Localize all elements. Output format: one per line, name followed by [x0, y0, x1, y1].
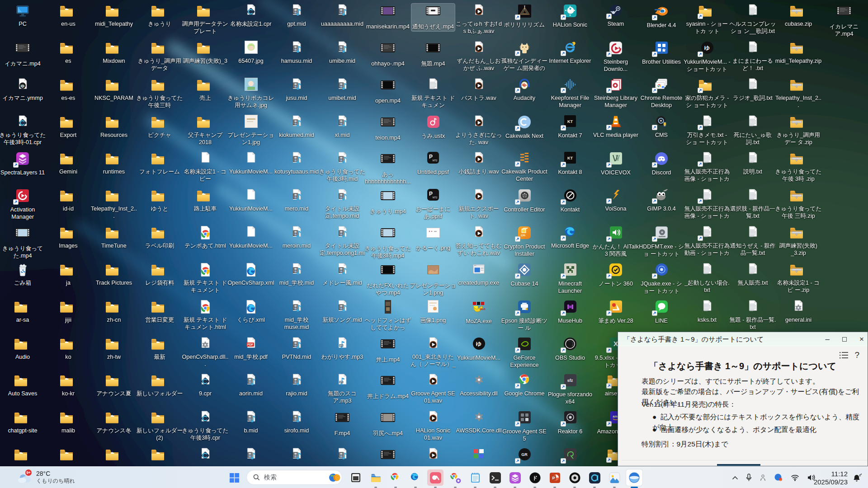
svg-text:MP3: MP3 [339, 344, 343, 347]
svg-text:P: P [552, 475, 555, 480]
svg-text:P: P [429, 191, 433, 197]
svg-text:z: z [861, 473, 862, 475]
svg-text:ド: ド [532, 475, 537, 481]
svg-text:ゆ: ゆ [21, 84, 25, 88]
svg-text:CPI: CPI [521, 234, 525, 237]
svg-text:9+: 9+ [26, 470, 31, 475]
svg-text:NT2: NT2 [433, 196, 437, 199]
svg-text:PDF: PDF [247, 343, 253, 346]
svg-text:MoZA: MoZA [480, 308, 486, 310]
svg-text:P: P [429, 154, 433, 160]
svg-text:NT2: NT2 [433, 159, 437, 162]
svg-text:MP3: MP3 [339, 381, 343, 383]
